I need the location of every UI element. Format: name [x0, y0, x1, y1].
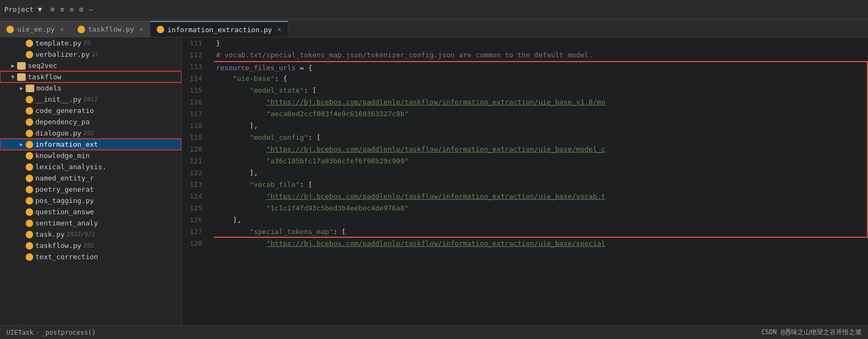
sidebar-item-poetry_generat[interactable]: poetry_generat: [0, 184, 181, 195]
file-icon-pos_tagging: [26, 197, 33, 205]
sidebar-item-verbalizer[interactable]: verbalizer.py2(: [0, 49, 181, 60]
list2-icon[interactable]: ≡: [70, 5, 74, 13]
file-icon-dialogue: [26, 130, 33, 137]
item-date-template: 20: [83, 40, 90, 47]
line-num-117: 117: [182, 108, 202, 120]
tab-icon-taskflow: [78, 26, 85, 33]
item-label-dialogue: dialogue.py: [35, 129, 81, 137]
line-num-123: 123: [182, 179, 202, 191]
item-label-template: template.py: [35, 39, 81, 47]
item-label-task: task.py: [35, 230, 65, 238]
file-icon-seq2vec: [17, 62, 26, 70]
item-label-taskflow_py: taskflow.py: [35, 242, 81, 250]
code-line-119: "model_config": [: [214, 132, 868, 144]
code-line-113: resource_files_urls = {: [214, 61, 868, 73]
file-icon-lexical_analysis: [26, 163, 33, 171]
breadcrumb-sep: ›: [36, 329, 40, 336]
sidebar-item-__init__[interactable]: __init__.py2022: [0, 94, 181, 105]
item-label-poetry_generat: poetry_generat: [35, 185, 94, 193]
sidebar: template.py20verbalizer.py2(▶seq2vec▼tas…: [0, 37, 182, 325]
sidebar-item-named_entity[interactable]: named_entity_r: [0, 172, 181, 184]
line-num-119: 119: [182, 132, 202, 144]
file-icon-poetry_generat: [26, 186, 33, 193]
code-line-120: "https://bj.bcebos.com/paddlenlp/taskflo…: [214, 144, 868, 155]
project-dropdown-icon[interactable]: ▼: [38, 5, 42, 13]
file-icon-knowledge_min: [26, 152, 33, 160]
code-line-124: "https://bj.bcebos.com/paddlenlp/taskflo…: [214, 191, 868, 202]
file-icon-template: [26, 40, 33, 47]
tab-uie_ee[interactable]: uie_ee.py×: [0, 21, 71, 37]
code-lines: }# vocab.txt/special_tokens_map.json/tok…: [214, 37, 868, 250]
tab-close-uie_ee[interactable]: ×: [60, 26, 64, 33]
line-num-120: 120: [182, 144, 202, 155]
line-num-126: 126: [182, 214, 202, 226]
sidebar-item-dialogue[interactable]: dialogue.py202: [0, 127, 181, 139]
sidebar-item-task[interactable]: task.py2022/9/2: [0, 229, 181, 240]
file-icon-__init__: [26, 96, 33, 103]
tab-close-taskflow[interactable]: ×: [140, 26, 143, 33]
item-label-information_ext: information_ext: [35, 140, 98, 148]
sidebar-item-text_correction[interactable]: text_correction: [0, 251, 181, 262]
code-line-128: "https://bj.bcebos.com/paddlenlp/taskflo…: [214, 238, 868, 250]
item-date-taskflow_py: 202: [83, 242, 94, 249]
item-label-models: models: [36, 84, 62, 92]
item-date-__init__: 2022: [83, 96, 98, 103]
line-numbers: 1111121131141151161171181191201211221231…: [182, 37, 208, 250]
sidebar-item-information_ext[interactable]: ▶information_ext: [0, 139, 181, 150]
list-icon[interactable]: ≡: [60, 5, 64, 13]
tab-icon-information_extraction: [157, 26, 164, 33]
item-label-__init__: __init__.py: [35, 95, 81, 103]
file-icon-sentiment_analy: [26, 220, 33, 227]
item-label-question_answe: question_answe: [35, 208, 94, 216]
title-bar-icons: ⊕ ≡ ≡ ⚙ —: [51, 5, 93, 13]
tab-close-information_extraction[interactable]: ×: [278, 26, 281, 33]
tab-label-taskflow: taskflow.py: [88, 25, 134, 33]
file-icon-question_answe: [26, 208, 33, 216]
line-num-116: 116: [182, 96, 202, 108]
file-icon-task: [26, 231, 33, 238]
line-num-111: 111: [182, 37, 202, 49]
tab-taskflow[interactable]: taskflow.py×: [71, 21, 150, 37]
sidebar-item-taskflow[interactable]: ▼taskflow: [0, 71, 181, 82]
code-line-117: "aeca0ed2ccf003f4e9c6160363327c9b": [214, 108, 868, 120]
minus-icon[interactable]: —: [89, 5, 93, 13]
item-date-verbalizer: 2(: [92, 51, 99, 58]
tab-information_extraction[interactable]: information_extraction.py×: [150, 21, 288, 37]
arrow-icon-information_ext: ▶: [17, 141, 26, 147]
gear-icon[interactable]: ⚙: [79, 5, 83, 13]
sidebar-item-question_answe[interactable]: question_answe: [0, 206, 181, 217]
item-label-code_generation: code_generatio: [35, 107, 94, 115]
breadcrumb-class: UIETask: [6, 329, 34, 336]
code-line-121: "a36c185bfc17a83b6cfef6f98b29c909": [214, 155, 868, 167]
arrow-icon-models: ▶: [17, 85, 26, 91]
item-label-sentiment_analy: sentiment_analy: [35, 219, 98, 227]
sidebar-item-pos_tagging[interactable]: pos_tagging.py: [0, 195, 181, 206]
sidebar-item-taskflow_py[interactable]: taskflow.py202: [0, 240, 181, 251]
item-label-dependency_pa: dependency_pa: [35, 118, 90, 126]
sidebar-item-code_generation[interactable]: code_generatio: [0, 105, 181, 116]
item-label-named_entity: named_entity_r: [35, 174, 94, 182]
tab-label-information_extraction: information_extraction.py: [167, 26, 272, 34]
code-line-112: # vocab.txt/special_tokens_map.json/toke…: [214, 49, 868, 61]
title-bar-left: Project ▼ ⊕ ≡ ≡ ⚙ —: [4, 5, 93, 13]
item-label-text_correction: text_correction: [35, 253, 98, 261]
watermark: CSDN @愚味之山绝望之谷开悟之坡: [762, 328, 862, 337]
code-view[interactable]: 1111121131141151161171181191201211221231…: [182, 37, 868, 325]
gutter: [208, 37, 214, 250]
code-line-118: ],: [214, 120, 868, 132]
breadcrumb: UIETask › _postprocess(): [6, 329, 96, 336]
status-bar: UIETask › _postprocess() CSDN @愚味之山绝望之谷开…: [0, 325, 868, 339]
line-num-127: 127: [182, 226, 202, 238]
item-label-knowledge_min: knowledge_min: [35, 152, 90, 160]
sidebar-item-sentiment_analy[interactable]: sentiment_analy: [0, 217, 181, 229]
add-icon[interactable]: ⊕: [51, 5, 55, 13]
item-date-dialogue: 202: [83, 130, 94, 137]
line-num-125: 125: [182, 202, 202, 214]
sidebar-item-seq2vec[interactable]: ▶seq2vec: [0, 60, 181, 71]
line-num-122: 122: [182, 167, 202, 179]
sidebar-item-models[interactable]: ▶models: [0, 82, 181, 94]
sidebar-item-knowledge_min[interactable]: knowledge_min: [0, 150, 181, 161]
sidebar-item-template[interactable]: template.py20: [0, 37, 181, 49]
sidebar-item-dependency_pa[interactable]: dependency_pa: [0, 116, 181, 127]
sidebar-item-lexical_analysis[interactable]: lexical_analysis.: [0, 161, 181, 172]
